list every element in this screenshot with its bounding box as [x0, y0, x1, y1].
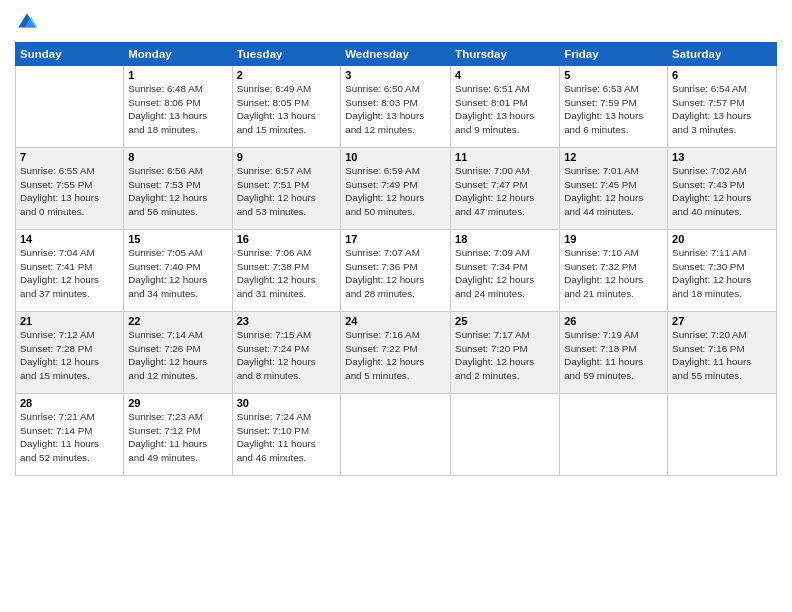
day-number: 8	[128, 151, 227, 163]
calendar-cell: 8Sunrise: 6:56 AM Sunset: 7:53 PM Daylig…	[124, 148, 232, 230]
day-number: 1	[128, 69, 227, 81]
calendar-week-row: 14Sunrise: 7:04 AM Sunset: 7:41 PM Dayli…	[16, 230, 777, 312]
calendar-cell: 14Sunrise: 7:04 AM Sunset: 7:41 PM Dayli…	[16, 230, 124, 312]
day-number: 4	[455, 69, 555, 81]
day-info: Sunrise: 6:59 AM Sunset: 7:49 PM Dayligh…	[345, 164, 446, 219]
calendar-cell: 7Sunrise: 6:55 AM Sunset: 7:55 PM Daylig…	[16, 148, 124, 230]
day-number: 27	[672, 315, 772, 327]
calendar-week-row: 1Sunrise: 6:48 AM Sunset: 8:06 PM Daylig…	[16, 66, 777, 148]
calendar-cell	[451, 394, 560, 476]
day-info: Sunrise: 6:57 AM Sunset: 7:51 PM Dayligh…	[237, 164, 337, 219]
calendar-cell: 24Sunrise: 7:16 AM Sunset: 7:22 PM Dayli…	[341, 312, 451, 394]
calendar-cell: 15Sunrise: 7:05 AM Sunset: 7:40 PM Dayli…	[124, 230, 232, 312]
calendar-cell: 26Sunrise: 7:19 AM Sunset: 7:18 PM Dayli…	[560, 312, 668, 394]
day-number: 9	[237, 151, 337, 163]
calendar-cell: 9Sunrise: 6:57 AM Sunset: 7:51 PM Daylig…	[232, 148, 341, 230]
day-number: 19	[564, 233, 663, 245]
day-info: Sunrise: 7:07 AM Sunset: 7:36 PM Dayligh…	[345, 246, 446, 301]
day-info: Sunrise: 7:05 AM Sunset: 7:40 PM Dayligh…	[128, 246, 227, 301]
day-number: 5	[564, 69, 663, 81]
day-info: Sunrise: 7:00 AM Sunset: 7:47 PM Dayligh…	[455, 164, 555, 219]
day-number: 23	[237, 315, 337, 327]
day-number: 12	[564, 151, 663, 163]
calendar-cell	[341, 394, 451, 476]
day-info: Sunrise: 7:09 AM Sunset: 7:34 PM Dayligh…	[455, 246, 555, 301]
calendar-cell: 30Sunrise: 7:24 AM Sunset: 7:10 PM Dayli…	[232, 394, 341, 476]
day-info: Sunrise: 7:01 AM Sunset: 7:45 PM Dayligh…	[564, 164, 663, 219]
day-number: 20	[672, 233, 772, 245]
day-number: 22	[128, 315, 227, 327]
day-info: Sunrise: 7:17 AM Sunset: 7:20 PM Dayligh…	[455, 328, 555, 383]
logo-icon	[15, 10, 39, 34]
day-info: Sunrise: 7:02 AM Sunset: 7:43 PM Dayligh…	[672, 164, 772, 219]
day-info: Sunrise: 6:49 AM Sunset: 8:05 PM Dayligh…	[237, 82, 337, 137]
day-number: 21	[20, 315, 119, 327]
day-number: 13	[672, 151, 772, 163]
day-number: 10	[345, 151, 446, 163]
day-info: Sunrise: 6:48 AM Sunset: 8:06 PM Dayligh…	[128, 82, 227, 137]
day-number: 24	[345, 315, 446, 327]
col-header-tuesday: Tuesday	[232, 43, 341, 66]
logo	[15, 10, 43, 34]
day-info: Sunrise: 7:14 AM Sunset: 7:26 PM Dayligh…	[128, 328, 227, 383]
day-info: Sunrise: 7:15 AM Sunset: 7:24 PM Dayligh…	[237, 328, 337, 383]
day-number: 26	[564, 315, 663, 327]
day-number: 29	[128, 397, 227, 409]
day-number: 30	[237, 397, 337, 409]
calendar-cell: 20Sunrise: 7:11 AM Sunset: 7:30 PM Dayli…	[668, 230, 777, 312]
day-info: Sunrise: 7:06 AM Sunset: 7:38 PM Dayligh…	[237, 246, 337, 301]
calendar-cell: 2Sunrise: 6:49 AM Sunset: 8:05 PM Daylig…	[232, 66, 341, 148]
day-info: Sunrise: 6:50 AM Sunset: 8:03 PM Dayligh…	[345, 82, 446, 137]
day-info: Sunrise: 6:51 AM Sunset: 8:01 PM Dayligh…	[455, 82, 555, 137]
day-info: Sunrise: 7:11 AM Sunset: 7:30 PM Dayligh…	[672, 246, 772, 301]
col-header-monday: Monday	[124, 43, 232, 66]
day-number: 14	[20, 233, 119, 245]
day-number: 11	[455, 151, 555, 163]
day-info: Sunrise: 7:16 AM Sunset: 7:22 PM Dayligh…	[345, 328, 446, 383]
col-header-thursday: Thursday	[451, 43, 560, 66]
day-info: Sunrise: 7:19 AM Sunset: 7:18 PM Dayligh…	[564, 328, 663, 383]
calendar-cell: 12Sunrise: 7:01 AM Sunset: 7:45 PM Dayli…	[560, 148, 668, 230]
calendar-cell: 29Sunrise: 7:23 AM Sunset: 7:12 PM Dayli…	[124, 394, 232, 476]
calendar-cell: 6Sunrise: 6:54 AM Sunset: 7:57 PM Daylig…	[668, 66, 777, 148]
calendar-header-row: SundayMondayTuesdayWednesdayThursdayFrid…	[16, 43, 777, 66]
calendar-cell: 17Sunrise: 7:07 AM Sunset: 7:36 PM Dayli…	[341, 230, 451, 312]
day-info: Sunrise: 7:04 AM Sunset: 7:41 PM Dayligh…	[20, 246, 119, 301]
day-info: Sunrise: 6:53 AM Sunset: 7:59 PM Dayligh…	[564, 82, 663, 137]
day-info: Sunrise: 7:24 AM Sunset: 7:10 PM Dayligh…	[237, 410, 337, 465]
calendar-cell: 1Sunrise: 6:48 AM Sunset: 8:06 PM Daylig…	[124, 66, 232, 148]
day-info: Sunrise: 6:56 AM Sunset: 7:53 PM Dayligh…	[128, 164, 227, 219]
calendar-cell: 16Sunrise: 7:06 AM Sunset: 7:38 PM Dayli…	[232, 230, 341, 312]
calendar-week-row: 21Sunrise: 7:12 AM Sunset: 7:28 PM Dayli…	[16, 312, 777, 394]
calendar-cell	[668, 394, 777, 476]
day-number: 3	[345, 69, 446, 81]
col-header-friday: Friday	[560, 43, 668, 66]
col-header-wednesday: Wednesday	[341, 43, 451, 66]
day-info: Sunrise: 7:23 AM Sunset: 7:12 PM Dayligh…	[128, 410, 227, 465]
day-number: 17	[345, 233, 446, 245]
col-header-sunday: Sunday	[16, 43, 124, 66]
day-number: 7	[20, 151, 119, 163]
calendar-cell: 19Sunrise: 7:10 AM Sunset: 7:32 PM Dayli…	[560, 230, 668, 312]
day-number: 6	[672, 69, 772, 81]
day-info: Sunrise: 7:10 AM Sunset: 7:32 PM Dayligh…	[564, 246, 663, 301]
calendar-cell: 18Sunrise: 7:09 AM Sunset: 7:34 PM Dayli…	[451, 230, 560, 312]
calendar-cell: 5Sunrise: 6:53 AM Sunset: 7:59 PM Daylig…	[560, 66, 668, 148]
calendar-table: SundayMondayTuesdayWednesdayThursdayFrid…	[15, 42, 777, 476]
day-number: 16	[237, 233, 337, 245]
header	[15, 10, 777, 34]
calendar-cell: 22Sunrise: 7:14 AM Sunset: 7:26 PM Dayli…	[124, 312, 232, 394]
calendar-cell: 3Sunrise: 6:50 AM Sunset: 8:03 PM Daylig…	[341, 66, 451, 148]
calendar-cell	[16, 66, 124, 148]
calendar-cell: 23Sunrise: 7:15 AM Sunset: 7:24 PM Dayli…	[232, 312, 341, 394]
day-info: Sunrise: 7:20 AM Sunset: 7:16 PM Dayligh…	[672, 328, 772, 383]
calendar-week-row: 28Sunrise: 7:21 AM Sunset: 7:14 PM Dayli…	[16, 394, 777, 476]
calendar-cell	[560, 394, 668, 476]
calendar-cell: 10Sunrise: 6:59 AM Sunset: 7:49 PM Dayli…	[341, 148, 451, 230]
day-number: 15	[128, 233, 227, 245]
day-info: Sunrise: 6:55 AM Sunset: 7:55 PM Dayligh…	[20, 164, 119, 219]
calendar-cell: 25Sunrise: 7:17 AM Sunset: 7:20 PM Dayli…	[451, 312, 560, 394]
calendar-cell: 13Sunrise: 7:02 AM Sunset: 7:43 PM Dayli…	[668, 148, 777, 230]
calendar-week-row: 7Sunrise: 6:55 AM Sunset: 7:55 PM Daylig…	[16, 148, 777, 230]
page: SundayMondayTuesdayWednesdayThursdayFrid…	[0, 0, 792, 612]
